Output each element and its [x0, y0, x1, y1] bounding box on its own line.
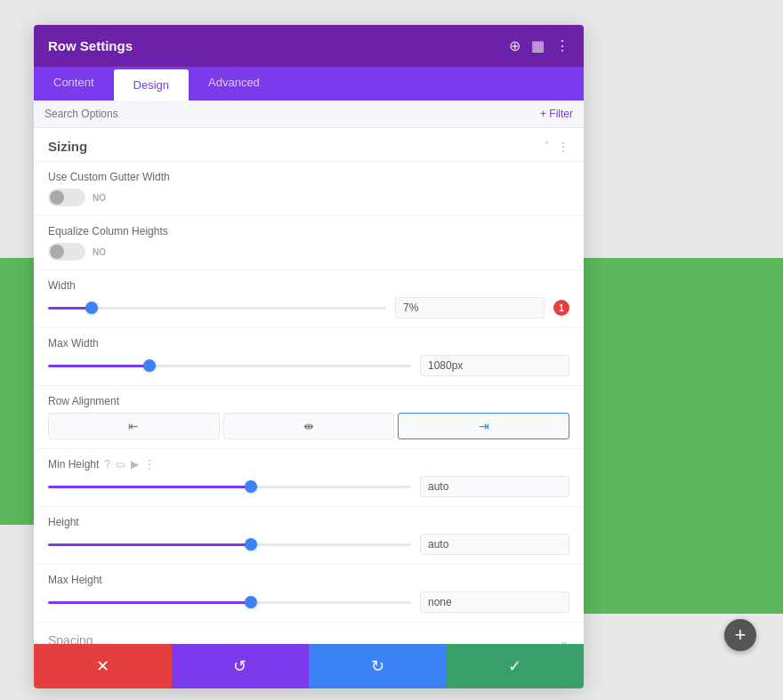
- max-width-slider-row: [48, 355, 569, 376]
- height-value-wrap: [420, 534, 569, 555]
- filter-label: + Filter: [540, 108, 573, 120]
- search-bar: + Filter: [34, 101, 584, 128]
- sizing-title: Sizing: [48, 139, 87, 154]
- align-center-btn[interactable]: ⇼: [223, 413, 395, 439]
- width-value-wrap: [395, 297, 545, 318]
- toggle-knob-2: [50, 245, 64, 259]
- equalize-col-heights-label: Equalize Column Heights: [48, 225, 569, 237]
- spacing-title: Spacing: [48, 633, 93, 644]
- equalize-col-toggle-wrap: NO: [48, 243, 569, 261]
- section-more-icon[interactable]: ⋮: [557, 140, 569, 154]
- min-height-value-wrap: [420, 476, 569, 497]
- filter-button[interactable]: + Filter: [540, 108, 573, 120]
- spacing-chevron-icon[interactable]: ⌄: [559, 633, 569, 644]
- max-height-slider-row: [48, 591, 569, 613]
- width-value-input[interactable]: [395, 297, 545, 318]
- min-height-copy-icon[interactable]: ▭: [116, 458, 125, 471]
- target-icon[interactable]: ⊕: [509, 37, 521, 54]
- equalize-col-toggle[interactable]: [48, 243, 85, 261]
- sizing-actions: ˄ ⋮: [544, 140, 569, 154]
- height-label: Height: [48, 516, 569, 528]
- row-alignment-row: Row Alignment ⇤ ⇼ ⇥: [34, 386, 584, 449]
- align-right-btn[interactable]: ⇥: [398, 413, 569, 439]
- max-height-value-input[interactable]: [420, 591, 569, 613]
- height-value-input[interactable]: [420, 534, 569, 555]
- save-button[interactable]: ✓: [447, 644, 585, 688]
- height-slider-fill: [48, 543, 251, 546]
- undo-button[interactable]: ↺: [172, 644, 310, 688]
- collapse-icon[interactable]: ˄: [544, 140, 550, 154]
- width-slider-track[interactable]: [48, 307, 386, 310]
- tab-content[interactable]: Content: [34, 67, 114, 101]
- max-height-value-wrap: [420, 591, 569, 613]
- row-alignment-label: Row Alignment: [48, 395, 569, 407]
- panel-title: Row Settings: [48, 38, 133, 53]
- tab-design[interactable]: Design: [114, 69, 189, 101]
- use-custom-gutter-toggle-wrap: NO: [48, 189, 569, 206]
- save-icon: ✓: [508, 656, 521, 676]
- max-width-label: Max Width: [48, 337, 569, 350]
- max-width-slider-thumb[interactable]: [143, 359, 156, 372]
- min-height-slider-fill: [48, 486, 251, 488]
- bg-green-right: [569, 258, 783, 614]
- max-width-value-wrap: [420, 355, 569, 376]
- sizing-section-header: Sizing ˄ ⋮: [34, 128, 584, 162]
- min-height-value-input[interactable]: [420, 476, 569, 497]
- redo-icon: ↻: [371, 656, 384, 676]
- max-height-label: Max Height: [48, 574, 569, 586]
- tabs: Content Design Advanced: [34, 67, 584, 101]
- min-height-slider-track[interactable]: [48, 486, 411, 488]
- align-left-btn[interactable]: ⇤: [48, 413, 220, 439]
- spacing-section: Spacing ⌄: [34, 623, 584, 644]
- max-width-slider-track[interactable]: [48, 365, 411, 367]
- min-height-slider-row: [48, 476, 569, 497]
- more-icon[interactable]: ⋮: [555, 37, 569, 54]
- width-slider-row: 1: [48, 297, 569, 318]
- max-width-value-input[interactable]: [420, 355, 569, 376]
- width-slider-thumb[interactable]: [85, 302, 98, 314]
- use-custom-gutter-toggle-label: NO: [93, 193, 106, 203]
- min-height-help-icon[interactable]: ?: [104, 458, 110, 471]
- max-height-slider-track[interactable]: [48, 601, 411, 604]
- content-area: Sizing ˄ ⋮ Use Custom Gutter Width NO Eq…: [34, 128, 584, 644]
- min-height-cursor-icon[interactable]: ▶: [131, 458, 139, 471]
- use-custom-gutter-label: Use Custom Gutter Width: [48, 171, 569, 183]
- panel-header-icons: ⊕ ▦ ⋮: [509, 37, 569, 54]
- equalize-col-heights-row: Equalize Column Heights NO: [34, 216, 584, 270]
- fab-button[interactable]: +: [724, 619, 756, 651]
- cancel-button[interactable]: ✕: [34, 644, 172, 688]
- max-width-slider-fill: [48, 365, 149, 367]
- max-height-slider-thumb[interactable]: [245, 596, 257, 608]
- height-slider-thumb[interactable]: [245, 538, 257, 551]
- row-settings-panel: Row Settings ⊕ ▦ ⋮ Content Design Advanc…: [34, 25, 584, 688]
- height-slider-row: [48, 534, 569, 555]
- min-height-slider-thumb[interactable]: [245, 480, 257, 493]
- use-custom-gutter-row: Use Custom Gutter Width NO: [34, 162, 584, 216]
- align-right-icon: ⇥: [479, 419, 489, 433]
- redo-button[interactable]: ↻: [309, 644, 447, 688]
- panel-header: Row Settings ⊕ ▦ ⋮: [34, 25, 584, 67]
- width-label: Width: [48, 279, 569, 292]
- grid-icon[interactable]: ▦: [531, 37, 545, 54]
- width-badge: 1: [553, 300, 569, 316]
- min-height-more-icon[interactable]: ⋮: [144, 458, 155, 471]
- fab-plus-icon: +: [735, 624, 747, 647]
- equalize-col-toggle-label: NO: [93, 247, 106, 257]
- search-input[interactable]: [44, 108, 533, 120]
- align-center-icon: ⇼: [303, 419, 314, 433]
- alignment-buttons: ⇤ ⇼ ⇥: [48, 413, 569, 439]
- tab-advanced[interactable]: Advanced: [189, 67, 279, 101]
- use-custom-gutter-toggle[interactable]: [48, 189, 85, 206]
- toggle-knob: [50, 190, 64, 205]
- height-row: Height: [34, 507, 584, 565]
- min-height-row: Min Height ? ▭ ▶ ⋮: [34, 449, 584, 507]
- align-left-icon: ⇤: [128, 419, 139, 433]
- max-height-row: Max Height: [34, 565, 584, 623]
- max-width-row: Max Width: [34, 328, 584, 386]
- min-height-label: Min Height ? ▭ ▶ ⋮: [48, 458, 569, 471]
- height-slider-track[interactable]: [48, 543, 411, 546]
- bg-green-left: [0, 258, 37, 525]
- width-row: Width 1: [34, 270, 584, 328]
- undo-icon: ↺: [233, 656, 246, 676]
- max-height-slider-fill: [48, 601, 251, 604]
